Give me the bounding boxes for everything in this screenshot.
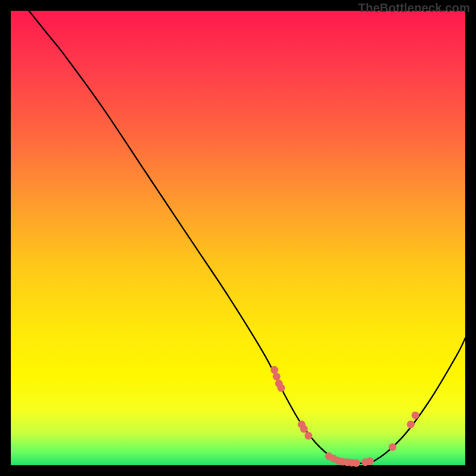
curve-layer <box>29 11 465 464</box>
data-marker <box>411 411 419 419</box>
plot-area <box>11 11 465 465</box>
data-marker <box>300 425 308 433</box>
marker-layer <box>271 366 419 467</box>
data-marker <box>277 384 285 392</box>
data-marker <box>389 443 396 451</box>
attribution-label: TheBottleneck.com <box>358 1 470 15</box>
chart-stage: TheBottleneck.com <box>0 0 476 476</box>
bottleneck-curve <box>29 11 465 464</box>
data-marker <box>352 459 360 467</box>
data-marker <box>407 421 415 428</box>
chart-svg <box>11 11 465 465</box>
data-marker <box>366 458 374 465</box>
data-marker <box>273 373 280 381</box>
data-marker <box>271 366 278 374</box>
data-marker <box>305 432 312 440</box>
